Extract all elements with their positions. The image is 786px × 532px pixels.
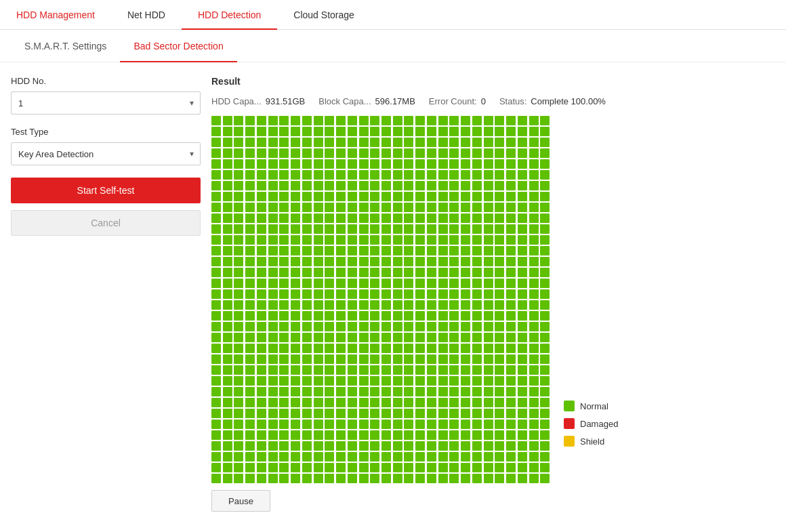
grid-cell <box>506 463 516 472</box>
grid-cell <box>291 235 300 245</box>
hdd-no-select[interactable]: 1 <box>11 91 201 115</box>
grid-cell <box>336 148 346 158</box>
start-selftest-button[interactable]: Start Self-test <box>11 178 201 203</box>
grid-cell <box>257 170 266 180</box>
grid-cell <box>336 354 346 364</box>
hdd-no-select-wrapper: 1 ▾ <box>11 91 201 115</box>
grid-cell <box>472 268 482 277</box>
grid-cell <box>449 127 459 136</box>
grid-cell <box>472 138 482 147</box>
nav-net-hdd[interactable]: Net HDD <box>111 0 182 30</box>
grid-cell <box>302 224 312 234</box>
nav-hdd-management[interactable]: HDD Management <box>0 0 111 30</box>
grid-cell <box>325 268 334 277</box>
cancel-button[interactable]: Cancel <box>11 210 201 236</box>
grid-cell <box>279 430 289 440</box>
grid-cell <box>211 376 221 386</box>
grid-cell <box>348 235 357 245</box>
grid-cell <box>427 213 436 223</box>
grid-cell <box>449 192 459 201</box>
grid-cell <box>223 138 232 147</box>
tab-bad-sector-detection[interactable]: Bad Sector Detection <box>120 30 236 62</box>
grid-cell <box>438 192 448 201</box>
grid-cell <box>359 181 369 190</box>
grid-cell <box>529 354 539 364</box>
grid-cell <box>302 333 312 342</box>
grid-cell <box>370 257 379 266</box>
grid-cell <box>472 398 482 407</box>
grid-cell <box>381 257 391 266</box>
grid-cell <box>484 398 493 407</box>
grid-cell <box>495 213 504 223</box>
grid-cell <box>359 398 369 407</box>
grid-cell <box>302 181 312 190</box>
pause-button[interactable]: Pause <box>211 490 270 512</box>
grid-cell <box>257 138 266 147</box>
grid-cell <box>393 354 402 364</box>
grid-cell <box>257 224 266 234</box>
grid-cell <box>291 203 300 212</box>
grid-cell <box>325 311 334 321</box>
grid-cell <box>415 420 425 429</box>
grid-cell <box>302 235 312 245</box>
grid-cell <box>461 311 470 321</box>
grid-cell <box>415 398 425 407</box>
grid-cell <box>359 300 369 310</box>
grid-cell <box>234 300 243 310</box>
grid-cell <box>325 246 334 255</box>
grid-cell <box>438 420 448 429</box>
grid-cell <box>314 203 323 212</box>
grid-cell <box>211 257 221 266</box>
grid-cell <box>472 181 482 190</box>
grid-cell <box>348 365 357 375</box>
grid-cell <box>427 398 436 407</box>
grid-cell <box>234 170 243 180</box>
grid-cell <box>427 441 436 451</box>
grid-cell <box>257 213 266 223</box>
grid-cell <box>518 365 527 375</box>
grid-cell <box>472 213 482 223</box>
sector-grid <box>211 116 550 483</box>
grid-cell <box>415 463 425 472</box>
grid-cell <box>325 213 334 223</box>
grid-cell <box>540 398 550 407</box>
grid-cell <box>427 170 436 180</box>
grid-cell <box>234 257 243 266</box>
grid-cell <box>314 452 323 462</box>
grid-cell <box>211 409 221 418</box>
grid-cell <box>427 116 436 125</box>
tab-smart-settings[interactable]: S.M.A.R.T. Settings <box>11 30 120 62</box>
grid-cell <box>404 322 413 331</box>
grid-cell <box>257 441 266 451</box>
grid-cell <box>529 203 539 212</box>
grid-cell <box>381 279 391 288</box>
grid-cell <box>268 441 278 451</box>
grid-cell <box>211 181 221 190</box>
grid-cell <box>540 322 550 331</box>
grid-cell <box>438 463 448 472</box>
grid-cell <box>518 246 527 255</box>
grid-cell <box>472 257 482 266</box>
grid-cell <box>257 354 266 364</box>
grid-cell <box>381 398 391 407</box>
grid-cell <box>495 452 504 462</box>
nav-hdd-detection[interactable]: HDD Detection <box>182 0 277 30</box>
grid-cell <box>381 268 391 277</box>
grid-cell <box>438 127 448 136</box>
grid-cell <box>449 322 459 331</box>
grid-cell <box>370 159 379 169</box>
grid-cell <box>427 322 436 331</box>
grid-cell <box>359 452 369 462</box>
grid-cell <box>279 365 289 375</box>
grid-cell <box>404 289 413 299</box>
nav-cloud-storage[interactable]: Cloud Storage <box>277 0 371 30</box>
grid-cell <box>268 268 278 277</box>
grid-cell <box>461 430 470 440</box>
grid-cell <box>268 127 278 136</box>
grid-cell <box>472 430 482 440</box>
grid-cell <box>472 474 482 483</box>
grid-cell <box>245 441 255 451</box>
grid-cell <box>472 192 482 201</box>
test-type-select[interactable]: Key Area Detection Full Detection <box>11 142 201 165</box>
grid-cell <box>325 452 334 462</box>
